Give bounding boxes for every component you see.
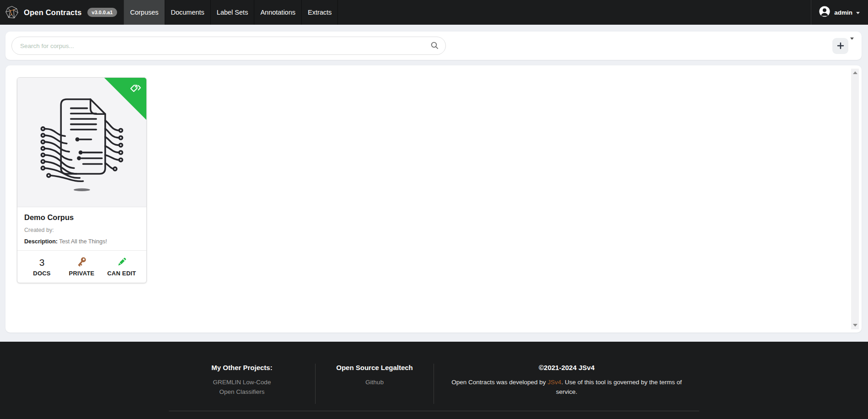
corpus-description: Description: Test All the Things!: [24, 238, 139, 245]
user-avatar-icon: [819, 5, 830, 19]
scrollbar[interactable]: [851, 69, 859, 329]
nav-tab-label-sets[interactable]: Label Sets: [210, 0, 254, 25]
version-badge: v3.0.0.a1: [87, 8, 118, 17]
nav-tab-documents[interactable]: Documents: [165, 0, 210, 25]
corpus-title: Demo Corpus: [24, 213, 139, 222]
search-input[interactable]: [11, 37, 446, 55]
nav-tab-annotations[interactable]: Annotations: [254, 0, 301, 25]
docs-label: DOCS: [28, 270, 56, 277]
top-navbar: Open Contracts v3.0.0.a1 Corpuses Docume…: [0, 0, 868, 25]
plus-icon: [837, 42, 844, 49]
add-dropdown-caret-icon[interactable]: [850, 38, 854, 40]
search-icon[interactable]: [430, 41, 439, 52]
footer-link-github[interactable]: Github: [316, 377, 434, 387]
copyright-text-after: . Use of this tool is governed by the te…: [556, 379, 682, 395]
user-menu[interactable]: admin: [811, 0, 868, 25]
search-box: [11, 37, 446, 55]
footer-projects-title: My Other Projects:: [169, 364, 315, 371]
footer-link-gremlin[interactable]: GREMLIN Low-Code: [169, 377, 315, 387]
docs-count: 3: [39, 257, 45, 269]
scroll-down-icon[interactable]: [853, 324, 857, 327]
can-edit-label: CAN EDIT: [107, 270, 136, 277]
nav-tabs: Corpuses Documents Label Sets Annotation…: [123, 0, 338, 25]
corpus-card[interactable]: Demo Corpus Created by: Description: Tes…: [17, 77, 147, 283]
stat-private: PRIVATE: [68, 256, 96, 277]
footer-legaltech-title: Open Source Legaltech: [316, 364, 434, 371]
scroll-up-icon[interactable]: [853, 71, 857, 74]
add-corpus-control: [832, 38, 848, 54]
footer-projects-column: My Other Projects: GREMLIN Low-Code Open…: [169, 364, 315, 404]
search-panel: [5, 32, 862, 60]
footer-copyright-text: Open Contracts was developed by JSv4. Us…: [443, 377, 690, 397]
key-icon: [76, 256, 87, 269]
description-text: Test All the Things!: [58, 238, 107, 245]
footer-divider: [169, 411, 699, 411]
corpus-card-image: [17, 78, 146, 207]
footer-copyright-column: ©2021-2024 JSv4 Open Contracts was devel…: [434, 364, 699, 404]
app-title: Open Contracts: [24, 8, 82, 17]
nav-tab-corpuses[interactable]: Corpuses: [123, 0, 164, 25]
description-label: Description:: [24, 238, 58, 245]
user-name: admin: [834, 9, 852, 16]
private-label: PRIVATE: [68, 270, 96, 277]
stat-docs: 3 DOCS: [28, 256, 56, 277]
nav-tab-extracts[interactable]: Extracts: [301, 0, 338, 25]
page-footer: My Other Projects: GREMLIN Low-Code Open…: [0, 342, 868, 419]
app-logo-icon[interactable]: [5, 5, 19, 19]
footer-link-open-classifiers[interactable]: Open Classifiers: [169, 387, 315, 397]
add-corpus-button[interactable]: [832, 38, 848, 54]
footer-legaltech-column: Open Source Legaltech Github: [315, 364, 434, 404]
stat-can-edit: CAN EDIT: [107, 256, 136, 277]
corpus-card-content: Demo Corpus Created by: Description: Tes…: [17, 207, 146, 250]
page: Open Contracts v3.0.0.a1 Corpuses Docume…: [0, 0, 868, 419]
footer-link-jsv4[interactable]: JSv4: [547, 379, 561, 386]
tags-icon: [129, 83, 142, 95]
pencil-icon: [116, 256, 128, 269]
corpus-card-stats: 3 DOCS: [17, 250, 146, 283]
corpus-created-by: Created by:: [24, 227, 139, 233]
copyright-text-before: Open Contracts was developed by: [451, 379, 547, 386]
chevron-down-icon: [856, 12, 860, 14]
brand-area: Open Contracts v3.0.0.a1: [0, 0, 123, 25]
footer-copyright-title: ©2021-2024 JSv4: [434, 364, 699, 371]
corpus-list-panel: Demo Corpus Created by: Description: Tes…: [5, 65, 862, 333]
